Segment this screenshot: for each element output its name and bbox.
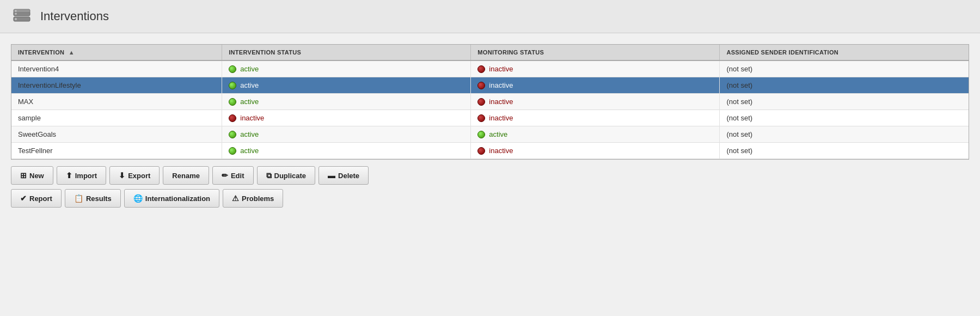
import-label: Import — [75, 172, 97, 180]
header-icon-svg — [11, 6, 32, 27]
edit-icon: ✏ — [222, 171, 228, 180]
table-row[interactable]: TestFellneractiveinactive(not set) — [11, 143, 969, 159]
delete-label: Delete — [338, 172, 359, 180]
cell-intervention-status: active — [222, 77, 471, 94]
edit-button[interactable]: ✏Edit — [212, 166, 254, 185]
col-header-monitoring-status[interactable]: MONITORING STATUS — [471, 45, 720, 60]
cell-intervention-status: active — [222, 94, 471, 110]
monitoring-dot-icon — [477, 98, 485, 106]
report-icon: ✔ — [20, 194, 27, 203]
intervention-status-text: inactive — [240, 114, 264, 122]
status-dot-icon — [229, 114, 236, 122]
page-title: Interventions — [40, 9, 109, 23]
monitoring-dot-icon — [477, 131, 485, 138]
monitoring-dot-icon — [477, 65, 485, 73]
duplicate-label: Duplicate — [274, 172, 307, 180]
delete-icon: ▬ — [328, 171, 335, 180]
monitoring-dot-icon — [477, 147, 485, 155]
problems-icon: ⚠ — [232, 194, 239, 203]
intervention-status-text: active — [240, 98, 259, 106]
monitoring-status-text: active — [489, 130, 507, 138]
export-button[interactable]: ⬇Export — [109, 166, 160, 185]
cell-intervention-status: inactive — [222, 110, 471, 126]
status-dot-icon — [229, 82, 236, 89]
table-row[interactable]: SweetGoalsactiveactive(not set) — [11, 126, 969, 143]
cell-assigned-sender: (not set) — [720, 77, 969, 94]
new-button[interactable]: ⊞New — [11, 166, 53, 185]
internationalization-label: Internationalization — [145, 195, 210, 203]
cell-intervention-status: active — [222, 126, 471, 143]
cell-monitoring-status: inactive — [471, 94, 720, 110]
status-dot-icon — [229, 147, 236, 155]
cell-intervention-name: InterventionLifestyle — [11, 77, 222, 94]
svg-point-3 — [15, 18, 17, 20]
monitoring-status-text: inactive — [489, 81, 513, 89]
import-button[interactable]: ⬆Import — [57, 166, 106, 185]
toolbar-row-2: ✔Report📋Results🌐Internationalization⚠Pro… — [11, 189, 969, 208]
table-row[interactable]: MAXactiveinactive(not set) — [11, 94, 969, 110]
table-row[interactable]: InterventionLifestyleactiveinactive(not … — [11, 77, 969, 94]
table-row[interactable]: Intervention4activeinactive(not set) — [11, 60, 969, 77]
col-header-assigned-sender[interactable]: ASSIGNED SENDER IDENTIFICATION — [720, 45, 969, 60]
table-header-row: INTERVENTION ▲ INTERVENTION STATUS MONIT… — [11, 45, 969, 60]
status-dot-icon — [229, 131, 236, 138]
edit-label: Edit — [231, 172, 244, 180]
report-label: Report — [29, 195, 52, 203]
monitoring-dot-icon — [477, 82, 485, 89]
interventions-table: INTERVENTION ▲ INTERVENTION STATUS MONIT… — [11, 45, 969, 159]
cell-assigned-sender: (not set) — [720, 143, 969, 159]
intervention-status-text: active — [240, 147, 259, 155]
results-label: Results — [86, 195, 112, 203]
delete-button[interactable]: ▬Delete — [318, 166, 369, 185]
cell-monitoring-status: inactive — [471, 77, 720, 94]
intervention-status-text: active — [240, 130, 259, 138]
svg-point-2 — [15, 13, 17, 15]
new-icon: ⊞ — [20, 171, 27, 180]
monitoring-status-text: inactive — [489, 114, 513, 122]
intervention-status-text: active — [240, 65, 259, 73]
main-content: INTERVENTION ▲ INTERVENTION STATUS MONIT… — [0, 33, 980, 217]
cell-intervention-status: active — [222, 143, 471, 159]
status-dot-icon — [229, 98, 236, 106]
col-header-intervention[interactable]: INTERVENTION ▲ — [11, 45, 222, 60]
cell-monitoring-status: inactive — [471, 60, 720, 77]
internationalization-button[interactable]: 🌐Internationalization — [124, 189, 219, 208]
interventions-table-container: INTERVENTION ▲ INTERVENTION STATUS MONIT… — [11, 44, 969, 160]
cell-intervention-status: active — [222, 60, 471, 77]
col-header-intervention-status[interactable]: INTERVENTION STATUS — [222, 45, 471, 60]
rename-label: Rename — [172, 172, 200, 180]
monitoring-status-text: inactive — [489, 65, 513, 73]
cell-intervention-name: SweetGoals — [11, 126, 222, 143]
monitoring-dot-icon — [477, 114, 485, 122]
cell-monitoring-status: inactive — [471, 143, 720, 159]
sort-arrow-icon: ▲ — [69, 49, 75, 56]
cell-monitoring-status: active — [471, 126, 720, 143]
cell-intervention-name: MAX — [11, 94, 222, 110]
status-dot-icon — [229, 65, 236, 73]
table-row[interactable]: sampleinactiveinactive(not set) — [11, 110, 969, 126]
monitoring-status-text: inactive — [489, 147, 513, 155]
cell-monitoring-status: inactive — [471, 110, 720, 126]
cell-intervention-name: sample — [11, 110, 222, 126]
monitoring-status-text: inactive — [489, 98, 513, 106]
report-button[interactable]: ✔Report — [11, 189, 62, 208]
interventions-icon — [11, 5, 33, 27]
cell-assigned-sender: (not set) — [720, 126, 969, 143]
problems-button[interactable]: ⚠Problems — [223, 189, 283, 208]
toolbar-row-1: ⊞New⬆Import⬇ExportRename✏Edit⧉Duplicate▬… — [11, 166, 969, 185]
cell-intervention-name: Intervention4 — [11, 60, 222, 77]
rename-button[interactable]: Rename — [163, 166, 209, 185]
export-label: Export — [128, 172, 150, 180]
intl-icon: 🌐 — [133, 194, 143, 203]
problems-label: Problems — [242, 195, 274, 203]
cell-assigned-sender: (not set) — [720, 94, 969, 110]
duplicate-button[interactable]: ⧉Duplicate — [257, 166, 316, 185]
intervention-status-text: active — [240, 81, 259, 89]
results-button[interactable]: 📋Results — [65, 189, 121, 208]
results-icon: 📋 — [74, 194, 83, 203]
svg-point-5 — [15, 10, 17, 12]
cell-assigned-sender: (not set) — [720, 110, 969, 126]
import-icon: ⬆ — [66, 171, 72, 180]
duplicate-icon: ⧉ — [266, 171, 272, 180]
cell-assigned-sender: (not set) — [720, 60, 969, 77]
